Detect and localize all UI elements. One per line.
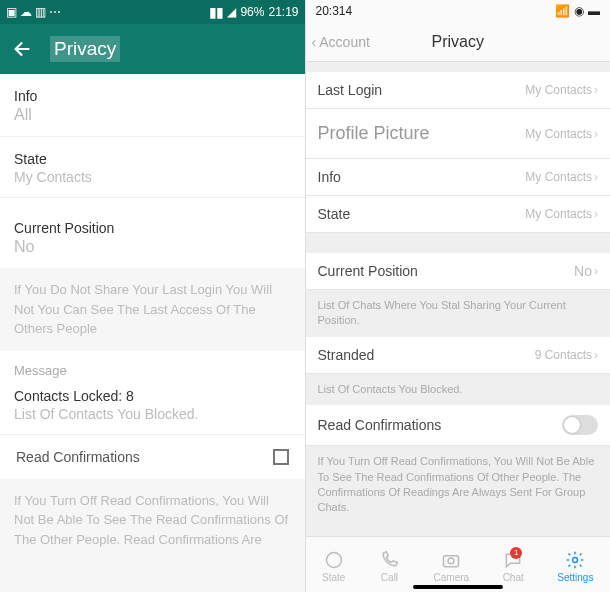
read-confirmations-row[interactable]: Read Confirmations [0,435,305,479]
cloud-icon: ☁ [20,5,32,19]
read-confirmations-row[interactable]: Read Confirmations [306,405,611,446]
message-header: Message [0,351,305,382]
profile-picture-row[interactable]: Profile Picture My Contacts› [306,109,611,159]
last-login-row[interactable]: Last Login My Contacts› [306,72,611,109]
wifi-icon: ◢ [227,5,236,19]
back-arrow-icon[interactable] [12,38,34,60]
toggle-switch[interactable] [562,415,598,435]
state-row[interactable]: State My Contacts› [306,196,611,233]
nav-title: Privacy [432,33,484,51]
contacts-locked-label[interactable]: Contacts Locked: 8 [0,382,305,406]
current-position-row[interactable]: Current Position No› [306,253,611,290]
home-indicator [413,585,503,589]
android-screen: ▣ ☁ ▥ ⋯ ▮▮ ◢ 96% 21:19 Privacy Info All … [0,0,306,592]
ios-tab-bar: State Call Camera 1 Chat Settings [306,536,611,592]
chevron-right-icon: › [594,170,598,184]
svg-point-0 [326,552,341,567]
read-confirmations-label: Read Confirmations [318,417,442,433]
state-icon [323,549,345,571]
position-value: No [0,238,305,268]
tab-settings[interactable]: Settings [557,549,593,583]
ios-time: 20:314 [316,4,353,18]
info-label: Info [318,169,341,185]
chevron-right-icon: › [594,348,598,362]
chevron-right-icon: › [594,264,598,278]
read-confirmations-label: Read Confirmations [16,449,140,465]
svg-point-2 [448,557,454,563]
time-text: 21:19 [268,5,298,19]
info-row[interactable]: Info My Contacts› [306,159,611,196]
ios-nav-bar: ‹ Account Privacy [306,22,611,62]
chat-badge: 1 [510,547,522,559]
camera-icon [440,549,462,571]
tab-call[interactable]: Call [378,549,400,583]
chevron-right-icon: › [594,207,598,221]
read-confirmations-note: If You Turn Off Read Confirmations, You … [0,479,305,593]
tab-camera[interactable]: Camera [434,549,470,583]
profile-picture-label: Profile Picture [318,123,430,144]
page-title: Privacy [50,36,120,62]
battery-icon: ▬ [588,4,600,18]
stranded-label: Stranded [318,347,375,363]
last-login-label: Last Login [318,82,383,98]
stranded-row[interactable]: Stranded 9 Contacts› [306,337,611,374]
signal-icon: 📶 [555,4,570,18]
state-label: State [318,206,351,222]
more-icon: ⋯ [49,5,61,19]
phone-icon [378,549,400,571]
position-caption: List Of Chats Where You Stal Sharing You… [306,290,611,337]
wifi-icon: ◉ [574,4,584,18]
back-button[interactable]: ‹ Account [306,34,370,50]
position-label[interactable]: Current Position [0,198,305,238]
chevron-right-icon: › [594,127,598,141]
ios-status-bar: 20:314 📶 ◉ ▬ [306,0,611,22]
info-label[interactable]: Info [0,74,305,106]
info-value: All [0,106,305,136]
battery-text: 96% [240,5,264,19]
gear-icon [564,549,586,571]
android-status-bar: ▣ ☁ ▥ ⋯ ▮▮ ◢ 96% 21:19 [0,0,305,24]
tab-chat[interactable]: 1 Chat [502,549,524,583]
sim-icon: ▥ [35,5,46,19]
login-note: If You Do Not Share Your Last Login You … [0,268,305,351]
svg-point-3 [573,557,578,562]
ios-screen: 20:314 📶 ◉ ▬ ‹ Account Privacy Last Logi… [306,0,611,592]
android-body: Info All State My Contacts Current Posit… [0,74,305,592]
read-confirmations-caption: If You Turn Off Read Confirmations, You … [306,446,611,536]
checkbox-icon[interactable] [273,449,289,465]
tab-state[interactable]: State [322,549,345,583]
ios-body: Last Login My Contacts› Profile Picture … [306,62,611,536]
state-label[interactable]: State [0,137,305,169]
signal-icon: ▮▮ [209,4,223,20]
android-header: Privacy [0,24,305,74]
chevron-right-icon: › [594,83,598,97]
state-value: My Contacts [0,169,305,197]
current-position-label: Current Position [318,263,418,279]
image-icon: ▣ [6,5,17,19]
contacts-locked-caption: List Of Contacts You Blocked. [0,406,305,434]
blocked-caption: List Of Contacts You Blocked. [306,374,611,405]
